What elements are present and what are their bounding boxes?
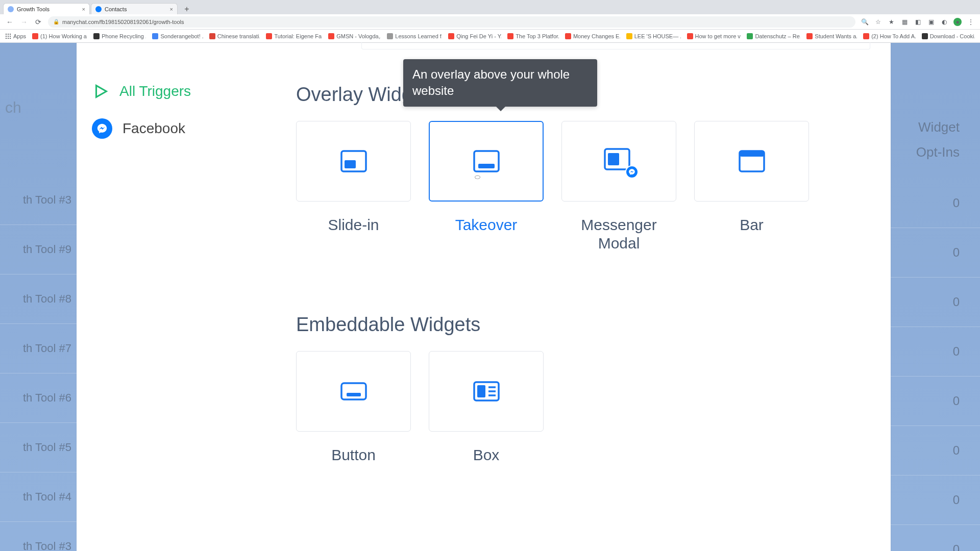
bg-row: th Tool #9 — [0, 225, 77, 274]
card-box[interactable]: ⬭ — [429, 121, 544, 202]
widget-card-takeover[interactable]: ⬭ Takeover — [429, 121, 544, 253]
bookmark-item[interactable]: Lessons Learned f... — [387, 33, 442, 39]
bg-optin-value: 0 — [891, 475, 980, 525]
bg-optin-value: 0 — [891, 377, 980, 426]
svg-rect-9 — [341, 383, 366, 399]
search-bar-fragment — [361, 42, 870, 49]
bg-row: th Tool #3 — [0, 176, 77, 225]
svg-rect-6 — [608, 153, 619, 165]
card-box[interactable] — [561, 121, 676, 202]
widget-card-box[interactable]: Box — [429, 351, 544, 464]
bookmark-item[interactable]: Student Wants a... — [806, 33, 857, 39]
bookmark-item[interactable]: Sonderangebot! ... — [152, 33, 203, 39]
messenger-icon — [92, 118, 112, 139]
bg-row: th Tool #8 — [0, 274, 77, 324]
forward-button[interactable]: → — [19, 17, 29, 27]
new-tab-button[interactable]: + — [182, 4, 192, 14]
bookmark-item[interactable]: Download - Cooki... — [922, 33, 975, 39]
svg-marker-0 — [96, 86, 107, 97]
sidebar-label: Facebook — [122, 120, 185, 137]
card-box[interactable] — [296, 351, 411, 432]
card-box[interactable] — [694, 121, 809, 202]
bg-right-col: Widget Opt-Ins 0 0 0 0 0 0 0 0 — [891, 43, 980, 551]
extension-icon[interactable]: ▦ — [900, 18, 909, 26]
widget-picker-modal: All Triggers Facebook Overlay Widgets An… — [77, 43, 891, 551]
button-icon — [340, 380, 367, 403]
bg-optin-value: 0 — [891, 426, 980, 475]
card-box[interactable] — [429, 351, 544, 432]
section-title-embeddable: Embeddable Widgets — [296, 314, 870, 336]
bookmark-item[interactable]: Tutorial: Eigene Fa... — [266, 33, 322, 39]
card-label: Box — [429, 446, 544, 464]
widget-card-bar[interactable]: Bar — [694, 121, 809, 253]
bookmark-item[interactable]: (2) How To Add A... — [863, 33, 915, 39]
bg-right-header: Widget Opt-Ins — [891, 43, 980, 160]
widget-card-button[interactable]: Button — [296, 351, 411, 464]
cursor-icon: ⬭ — [475, 173, 480, 181]
extension-icon[interactable]: ▣ — [927, 18, 935, 26]
slidein-icon — [340, 150, 367, 172]
bookmark-item[interactable]: Money Changes E... — [565, 33, 620, 39]
play-icon — [92, 83, 109, 100]
svg-rect-10 — [347, 393, 361, 396]
bg-optin-value: 0 — [891, 228, 980, 278]
bg-row: th Tool #7 — [0, 324, 77, 373]
bg-optin-value: 0 — [891, 179, 980, 228]
tab-title: Contacts — [105, 6, 167, 12]
bookmark-item[interactable]: Phone Recycling ... — [93, 33, 146, 39]
bookmark-item[interactable]: Chinese translati... — [209, 33, 260, 39]
address-bar-row: ← → ⟳ 🔒 manychat.com/fb198150208192061/g… — [0, 14, 980, 30]
profile-avatar[interactable]: ● — [953, 18, 962, 26]
reload-button[interactable]: ⟳ — [34, 17, 43, 27]
extension-icon[interactable]: ◐ — [940, 18, 948, 26]
apps-button[interactable]: Apps — [5, 33, 26, 39]
star-filled-icon[interactable]: ★ — [887, 18, 895, 26]
browser-tab-contacts[interactable]: Contacts × — [91, 3, 178, 14]
close-icon[interactable]: × — [82, 6, 85, 12]
takeover-icon — [473, 150, 500, 172]
star-icon[interactable]: ☆ — [874, 18, 882, 26]
tab-favicon — [8, 6, 14, 12]
tooltip: An overlay above your whole website — [403, 59, 597, 107]
bookmark-item[interactable]: GMSN - Vologda,... — [328, 33, 381, 39]
bookmark-item[interactable]: (1) How Working a... — [32, 33, 87, 39]
sidebar-item-all-triggers[interactable]: All Triggers — [77, 73, 230, 109]
tab-title: Growth Tools — [17, 6, 79, 12]
widget-card-messenger-modal[interactable]: Messenger Modal — [561, 121, 676, 253]
svg-rect-12 — [477, 385, 485, 397]
card-label: Slide-in — [296, 216, 411, 234]
browser-tab-growth-tools[interactable]: Growth Tools × — [3, 3, 90, 14]
bookmark-item[interactable]: Qing Fei De Yi - Y... — [448, 33, 501, 39]
toolbar-icons: 🔍 ☆ ★ ▦ ◧ ▣ ◐ ● ⋮ — [861, 18, 975, 26]
bg-row: th Tool #3 — [0, 522, 77, 551]
bookmark-item[interactable]: How to get more v... — [687, 33, 741, 39]
zoom-icon[interactable]: 🔍 — [861, 18, 869, 26]
close-icon[interactable]: × — [170, 6, 173, 12]
bookmark-item[interactable]: LEE 'S HOUSE— ... — [626, 33, 681, 39]
bg-row: th Tool #6 — [0, 373, 77, 423]
apps-grid-icon — [5, 33, 11, 39]
bookmark-item[interactable]: The Top 3 Platfor... — [507, 33, 559, 39]
embeddable-cards: Button — [296, 351, 870, 464]
bg-row: th Tool #4 — [0, 472, 77, 522]
menu-icon[interactable]: ⋮ — [967, 18, 975, 26]
sidebar-item-facebook[interactable]: Facebook — [77, 109, 230, 148]
card-label: Takeover — [429, 216, 544, 234]
bar-icon — [739, 150, 765, 172]
bg-optin-value: 0 — [891, 525, 980, 551]
overlay-cards: Slide-in ⬭ Takeover — [296, 121, 870, 253]
page-viewport: ch th Tool #3 th Tool #9 th Tool #8 th T… — [0, 43, 980, 551]
widget-card-slidein[interactable]: Slide-in — [296, 121, 411, 253]
url-text: manychat.com/fb198150208192061/growth-to… — [62, 19, 184, 25]
extension-icon[interactable]: ◧ — [914, 18, 922, 26]
back-button[interactable]: ← — [5, 17, 14, 27]
bookmark-item[interactable]: Datenschutz – Re... — [747, 33, 800, 39]
address-bar[interactable]: 🔒 manychat.com/fb198150208192061/growth-… — [48, 16, 855, 28]
lock-icon: 🔒 — [53, 19, 59, 24]
modal-content: Overlay Widgets An overlay above your wh… — [296, 84, 870, 551]
apps-label: Apps — [13, 33, 26, 39]
box-icon — [473, 380, 500, 403]
card-box[interactable] — [296, 121, 411, 202]
messenger-badge-icon — [625, 165, 639, 179]
tab-favicon — [95, 6, 102, 12]
